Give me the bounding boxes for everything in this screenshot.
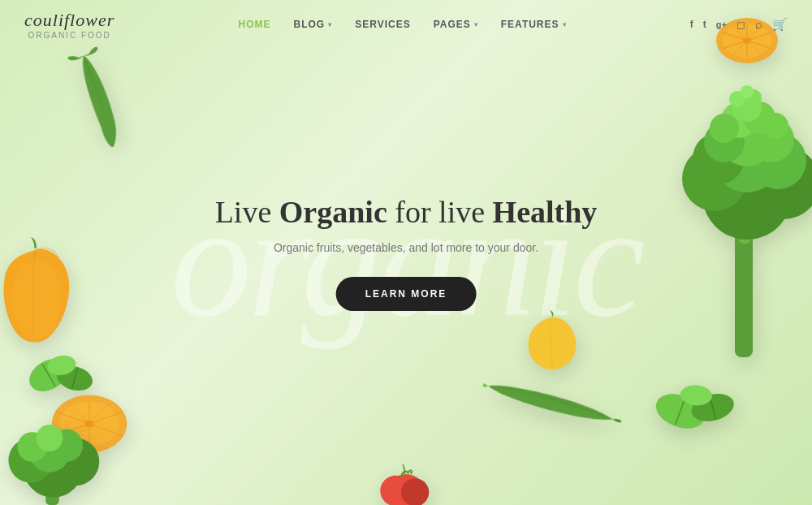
svg-line-38 <box>67 401 110 446</box>
google-plus-icon[interactable]: g+ <box>716 19 727 29</box>
svg-point-13 <box>713 124 781 192</box>
hero-content: Live Organic for live Healthy Organic fr… <box>215 194 598 311</box>
svg-point-28 <box>24 352 74 398</box>
tomato-bottom-center <box>374 464 438 505</box>
svg-point-12 <box>747 146 812 219</box>
svg-point-10 <box>702 150 792 240</box>
chevron-down-icon: ▾ <box>474 21 478 28</box>
brand-name: couliflower <box>24 10 114 31</box>
nav-services[interactable]: SERVICES <box>355 19 410 30</box>
svg-point-18 <box>749 117 794 162</box>
twitter-icon[interactable]: t <box>703 19 706 30</box>
svg-point-33 <box>52 395 127 452</box>
svg-point-19 <box>721 102 757 138</box>
learn-more-button[interactable]: LEARN MORE <box>336 277 477 311</box>
nav-social-icons: f t g+ ◻ ⌕ 🛒 <box>690 17 788 32</box>
svg-rect-8 <box>735 227 753 357</box>
nav-links: HOME BLOG ▾ SERVICES PAGES ▾ FEATURES ▾ <box>239 19 567 30</box>
basil-leaves-left <box>24 343 106 408</box>
svg-point-20 <box>743 101 775 134</box>
green-pepper-bottom <box>477 365 628 442</box>
svg-point-11 <box>682 146 747 211</box>
svg-point-47 <box>50 429 83 462</box>
svg-point-24 <box>729 91 745 107</box>
hero-subtitle: Organic fruits, vegetables, and lot more… <box>215 241 598 254</box>
basil-leaves-right <box>650 375 747 440</box>
svg-point-21 <box>710 114 739 143</box>
broccoli-bottom-left <box>0 416 114 505</box>
nav-pages[interactable]: PAGES ▾ <box>434 19 478 30</box>
logo[interactable]: couliflower Organic Food <box>24 10 114 40</box>
hero-section: couliflower Organic Food HOME BLOG ▾ SER… <box>0 0 812 505</box>
svg-point-56 <box>401 478 429 505</box>
nav-home[interactable]: HOME <box>239 19 271 30</box>
svg-point-15 <box>749 132 806 189</box>
svg-line-29 <box>42 364 55 386</box>
cart-icon[interactable]: 🛒 <box>772 17 788 32</box>
broccoli-right <box>666 65 812 373</box>
svg-point-45 <box>28 430 70 472</box>
orange-slice-bottom-left <box>49 391 130 456</box>
svg-point-14 <box>693 132 745 184</box>
svg-line-31 <box>71 368 77 389</box>
svg-line-52 <box>710 395 716 419</box>
svg-point-53 <box>680 384 713 407</box>
svg-point-40 <box>84 421 94 428</box>
svg-point-48 <box>36 425 63 451</box>
svg-point-51 <box>689 390 737 426</box>
svg-line-36 <box>55 412 123 436</box>
svg-line-39 <box>67 401 110 446</box>
svg-point-32 <box>46 353 78 378</box>
instagram-icon[interactable]: ◻ <box>736 19 745 31</box>
svg-point-23 <box>732 93 762 122</box>
chevron-down-icon: ▾ <box>563 21 567 28</box>
facebook-icon[interactable]: f <box>690 19 693 30</box>
search-icon[interactable]: ⌕ <box>755 18 762 32</box>
hero-title: Live Organic for live Healthy <box>215 194 598 230</box>
svg-point-25 <box>745 89 762 106</box>
svg-point-27 <box>11 261 61 339</box>
svg-point-26 <box>741 85 754 98</box>
svg-rect-41 <box>45 468 59 505</box>
yellow-pepper-left <box>0 235 81 349</box>
svg-point-17 <box>704 122 745 162</box>
svg-line-50 <box>676 398 685 425</box>
svg-point-42 <box>24 438 83 498</box>
chevron-down-icon: ▾ <box>328 21 332 28</box>
svg-point-46 <box>17 432 47 462</box>
green-chili-top-left <box>60 41 138 155</box>
svg-point-30 <box>54 362 96 394</box>
svg-point-54 <box>387 474 425 505</box>
svg-point-34 <box>59 401 120 446</box>
nav-blog[interactable]: BLOG ▾ <box>294 19 333 30</box>
svg-point-44 <box>52 438 100 486</box>
svg-point-16 <box>719 110 775 166</box>
nav-features[interactable]: FEATURES ▾ <box>501 19 567 30</box>
svg-point-49 <box>651 387 710 434</box>
svg-point-43 <box>8 438 53 483</box>
svg-point-55 <box>380 476 411 505</box>
svg-rect-9 <box>739 211 750 244</box>
yellow-pepper-center <box>520 310 585 375</box>
svg-point-22 <box>762 113 788 139</box>
brand-tagline: Organic Food <box>28 31 110 40</box>
navigation: couliflower Organic Food HOME BLOG ▾ SER… <box>0 0 812 49</box>
svg-line-37 <box>55 412 123 436</box>
